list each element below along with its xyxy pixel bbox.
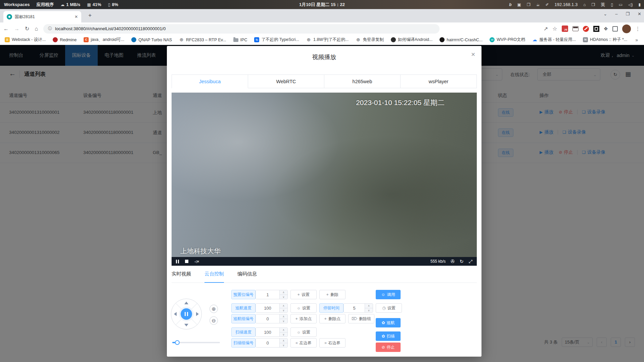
slider-handle[interactable] xyxy=(175,340,180,345)
caffeine-tray-icon[interactable]: ☕ xyxy=(536,2,540,7)
dwell-time-input[interactable] xyxy=(344,304,365,312)
preset-number-input[interactable] xyxy=(256,290,279,299)
profile-avatar[interactable] xyxy=(622,24,631,33)
bookmark-server[interactable]: ☁服务器 - 轻量应用... xyxy=(532,37,576,43)
url-text[interactable]: localhost:38080/#/channelList/3402000000… xyxy=(55,26,166,31)
bookmark-copy-free[interactable]: ⊕免登录复制 xyxy=(356,37,384,43)
tab-webrtc[interactable]: WebRTC xyxy=(248,75,324,88)
window-minimize-button[interactable]: – xyxy=(615,11,617,16)
zoom-in-button[interactable]: ⊕ xyxy=(210,305,218,313)
window-restore-button[interactable]: ❐ xyxy=(626,11,630,16)
back-button[interactable]: ← xyxy=(3,26,9,32)
cruise-speed-input[interactable] xyxy=(256,304,279,312)
applications-menu[interactable]: 应用程序 xyxy=(36,2,54,8)
bookmark-hdatmos[interactable]: NHDAtmos :: 种子 *... xyxy=(583,37,627,43)
pause-icon[interactable] xyxy=(176,260,179,263)
home-tray-icon[interactable]: ⌂ xyxy=(583,2,586,7)
refresh-icon[interactable]: ↻ xyxy=(460,259,464,264)
bing-tray-icon[interactable]: b xyxy=(509,2,511,7)
cruise-button[interactable]: ✿巡航 xyxy=(376,318,401,327)
browser-tab[interactable]: 国标28181 ✕ xyxy=(3,11,81,22)
scan-group-input[interactable] xyxy=(256,339,279,347)
ptz-speed-slider[interactable] xyxy=(172,340,220,345)
bookmark-wvp-doc[interactable]: WWVP-PRO文档 xyxy=(490,37,525,43)
extension-wallet-icon[interactable] xyxy=(572,26,579,31)
extension-frame-icon[interactable] xyxy=(612,26,618,32)
fullscreen-icon[interactable]: ⤢ xyxy=(469,259,472,264)
ptz-right-arrow[interactable] xyxy=(196,312,199,316)
mute-icon[interactable]: ◁✕ xyxy=(194,260,199,263)
extensions-puzzle-icon[interactable]: ❖ xyxy=(604,26,608,32)
bookmark-redmine[interactable]: Redmine xyxy=(53,37,77,42)
ptz-direction-pad[interactable] xyxy=(171,299,202,329)
delete-group-button[interactable]: ⌦删除组 xyxy=(348,314,374,323)
step-down-icon[interactable]: ∨ xyxy=(280,332,287,337)
workspaces-tray-icon[interactable]: ❒ xyxy=(591,2,595,7)
right-boundary-button[interactable]: »右边界 xyxy=(319,338,346,348)
browser-menu-icon[interactable]: ⋮ xyxy=(635,26,641,32)
ptz-up-arrow[interactable] xyxy=(184,302,188,304)
bookmark-github-crash[interactable]: hairrrrr/C-CrashC... xyxy=(440,37,482,42)
zoom-out-button[interactable]: ⊖ xyxy=(210,316,218,325)
address-bar[interactable]: ⓘ localhost:38080/#/channelList/34020000… xyxy=(43,24,440,34)
step-up-icon[interactable]: ∧ xyxy=(280,290,287,295)
tab-encoding-info[interactable]: 编码信息 xyxy=(237,271,257,283)
share-icon[interactable]: ↗ xyxy=(544,25,548,32)
site-info-icon[interactable]: ⓘ xyxy=(48,26,52,32)
reload-button[interactable]: ↻ xyxy=(25,25,29,32)
step-down-icon[interactable]: ∨ xyxy=(280,319,287,323)
ptz-down-arrow[interactable] xyxy=(184,324,188,326)
scan-button[interactable]: ✿扫描 xyxy=(376,331,401,341)
window-close-button[interactable]: ✕ xyxy=(638,11,641,16)
bookmark-folder-ipc[interactable]: IPC xyxy=(233,38,247,42)
video-player[interactable]: 2023-01-10 15:22:05 星期二 上地科技大华 ◁✕ 555 kb… xyxy=(172,93,477,266)
input-method-indicator[interactable]: 英 xyxy=(601,2,605,8)
bookmark-star-icon[interactable]: ☆ xyxy=(552,25,557,32)
screenshot-tray-icon[interactable]: ▣ xyxy=(517,2,521,7)
step-up-icon[interactable]: ∧ xyxy=(365,304,373,308)
bookmarks-overflow-icon[interactable]: » xyxy=(635,37,639,43)
tab-live-video[interactable]: 实时视频 xyxy=(172,271,191,283)
bookmark-rfc2833[interactable]: ⊕RFC2833 – RTP Ev... xyxy=(179,37,226,42)
bookmark-qnap[interactable]: QNAP Turbo NAS xyxy=(131,37,172,42)
step-up-icon[interactable]: ∧ xyxy=(280,304,287,308)
stop-icon[interactable] xyxy=(185,260,188,263)
cruise-group-input[interactable] xyxy=(256,314,279,323)
tool-tray-icon[interactable]: ✐ xyxy=(545,2,549,7)
step-up-icon[interactable]: ∧ xyxy=(280,328,287,332)
delete-point-button[interactable]: ⌖删除点 xyxy=(319,314,346,323)
left-boundary-button[interactable]: «左边界 xyxy=(290,338,317,348)
scan-speed-input[interactable] xyxy=(256,328,279,337)
tab-jessibuca[interactable]: Jessibuca xyxy=(172,75,248,88)
dwell-time-set-button[interactable]: ◷设置 xyxy=(376,303,402,313)
bookmark-android-build[interactable]: 如何编译Android... xyxy=(391,37,433,43)
close-icon[interactable]: ✕ xyxy=(471,51,475,58)
extension-dev-icon[interactable] xyxy=(593,26,599,32)
preset-set-button[interactable]: ⌖设置 xyxy=(290,290,317,299)
forward-button[interactable]: → xyxy=(14,26,19,32)
step-down-icon[interactable]: ∨ xyxy=(365,308,373,313)
new-tab-button[interactable]: + xyxy=(86,12,94,19)
clipboard-tray-icon[interactable]: ❐ xyxy=(527,2,531,7)
home-button[interactable]: ⌂ xyxy=(35,26,38,32)
display-tray-icon[interactable]: ▭ xyxy=(619,2,623,7)
add-point-button[interactable]: ⌖添加点 xyxy=(290,314,317,323)
clock[interactable]: 1月10日 星期二 15：22 xyxy=(299,2,345,8)
ip-address[interactable]: 192.168.1.3 xyxy=(555,2,578,7)
step-up-icon[interactable]: ∧ xyxy=(280,314,287,319)
call-preset-button[interactable]: ☺调用 xyxy=(376,290,401,299)
ptz-left-arrow[interactable] xyxy=(174,312,177,316)
bookmark-webstack[interactable]: ≣Webstack - 设计... xyxy=(5,37,46,43)
bookmark-18w[interactable]: ⊕1.8W字|了不起的... xyxy=(306,37,349,43)
step-down-icon[interactable]: ∨ xyxy=(280,295,287,299)
tab-h265web[interactable]: h265web xyxy=(324,75,401,88)
settings-gear-icon[interactable]: ✇ xyxy=(451,259,455,264)
step-down-icon[interactable]: ∨ xyxy=(280,343,287,348)
preset-delete-button[interactable]: ⌖删除 xyxy=(319,290,346,299)
tab-close-icon[interactable]: ✕ xyxy=(75,14,78,19)
tab-search-icon[interactable]: ⌄ xyxy=(603,11,607,16)
volume-tray-icon[interactable]: ◁) xyxy=(628,2,633,7)
step-down-icon[interactable]: ∨ xyxy=(280,308,287,313)
bookmark-java[interactable]: Cjava、android可... xyxy=(84,37,124,43)
workspaces-button[interactable]: Workspaces xyxy=(4,2,30,7)
